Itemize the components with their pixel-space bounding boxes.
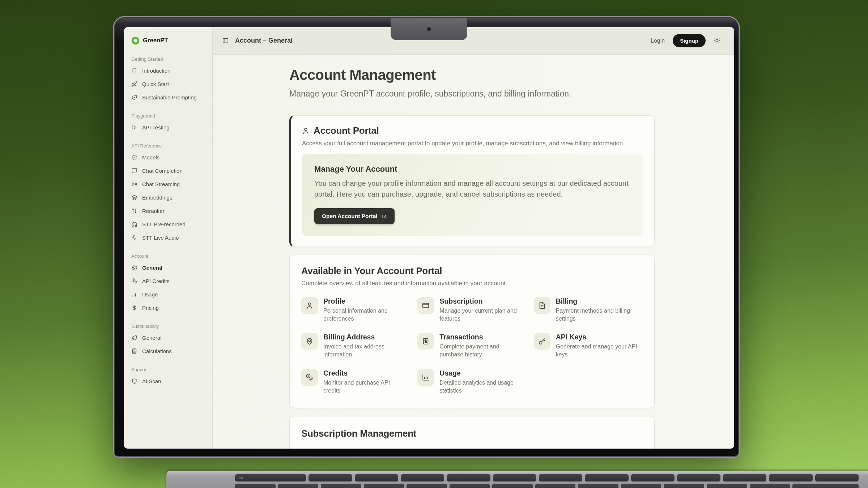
- sidebar-item-api-testing[interactable]: API Testing: [124, 121, 212, 134]
- feature-description: Complete payment and purchase history: [439, 343, 522, 359]
- sidebar-item-label: Pricing: [142, 305, 159, 311]
- subscription-management-card: Subscription Management: [289, 416, 655, 449]
- user-icon: [302, 127, 310, 134]
- feature-transactions: Transactions Complete payment and purcha…: [417, 333, 526, 359]
- sidebar-section-playground: Playground API Testing: [124, 113, 212, 134]
- keyboard-key: 2: [321, 484, 361, 488]
- page-content: Account Management Manage your GreenPT a…: [213, 55, 734, 449]
- sidebar-item-ai-scan[interactable]: AI Scan: [124, 374, 212, 388]
- keyboard-key: [677, 474, 720, 481]
- feature-title: Billing Address: [323, 333, 406, 341]
- sidebar-item-label: Chat Streaming: [142, 181, 180, 187]
- sidebar-item-models[interactable]: Models: [124, 151, 212, 164]
- keyboard-key: [815, 474, 859, 481]
- sidebar-item-reranker[interactable]: Reranker: [124, 204, 212, 218]
- sidebar-item-introduction[interactable]: Introduction: [124, 64, 212, 77]
- sidebar-item-embeddings[interactable]: Embeddings: [124, 191, 212, 204]
- sidebar-item-calculations[interactable]: Calculations: [124, 344, 212, 358]
- laptop-notch: [391, 18, 467, 40]
- sidebar-item-api-credits[interactable]: API Credits: [124, 274, 212, 288]
- manage-account-body: You can change your profile information …: [314, 178, 631, 200]
- theme-toggle-button[interactable]: [714, 37, 720, 44]
- rocket-icon: [131, 81, 137, 87]
- keyboard-key: [447, 474, 490, 481]
- sidebar-item-label: Usage: [142, 291, 158, 297]
- sidebar-item-label: STT Pre-recorded: [142, 221, 186, 227]
- keyboard-key: 9: [621, 484, 661, 488]
- sidebar-item-label: Reranker: [142, 208, 165, 214]
- shield-icon: [131, 378, 137, 384]
- browser-viewport: GreenPT Getting Started Introduction Qui…: [124, 27, 734, 449]
- feature-subscription: Subscription Manage your current plan an…: [417, 297, 526, 323]
- login-link[interactable]: Login: [651, 38, 665, 44]
- sidebar-section-sustainability: Sustainability General Calculations: [124, 324, 212, 358]
- feature-title: Transactions: [439, 333, 522, 341]
- sidebar-item-pricing[interactable]: Pricing: [124, 301, 212, 314]
- page-title: Account Management: [289, 67, 655, 83]
- keyboard-key: =: [750, 484, 790, 488]
- chip-icon: [131, 154, 137, 160]
- open-account-portal-button[interactable]: Open Account Portal: [314, 208, 395, 224]
- features-card-title: Available in Your Account Portal: [301, 265, 643, 277]
- feature-api-keys: API Keys Generate and manage your API ke…: [534, 333, 643, 359]
- sidebar-toggle-button[interactable]: [222, 37, 229, 44]
- sidebar-item-stt-live-audio[interactable]: STT Live Audio: [124, 231, 212, 244]
- sidebar-item-stt-pre-recorded[interactable]: STT Pre-recorded: [124, 218, 212, 231]
- keyboard-key: 0: [664, 484, 704, 488]
- manage-account-panel: Manage Your Account You can change your …: [302, 154, 643, 236]
- file-text-icon: [534, 297, 550, 314]
- portal-card-title: Account Portal: [314, 125, 379, 136]
- receipt-icon: [417, 333, 434, 350]
- calculator-icon: [131, 348, 137, 354]
- sidebar-item-account-general[interactable]: General: [124, 261, 212, 274]
- panel-left-icon: [222, 37, 229, 44]
- greenpt-logo-icon: [131, 37, 140, 45]
- laptop-keyboard-deck: esc`1234567890-=deletetabqwertyuiop[]\: [166, 471, 868, 488]
- keyboard-key: 1: [278, 484, 319, 488]
- dollar-icon: [131, 305, 137, 311]
- keyboard-key: [493, 474, 536, 481]
- sidebar-item-usage[interactable]: Usage: [124, 288, 212, 301]
- topbar: Account – General Login Signup: [213, 27, 734, 55]
- feature-description: Invoice and tax address information: [323, 343, 406, 359]
- sidebar-section-header: Account: [124, 253, 212, 261]
- arrows-up-down-icon: [131, 208, 137, 214]
- sidebar-item-label: STT Live Audio: [142, 235, 179, 241]
- sidebar-section-header: API Reference: [124, 143, 212, 151]
- subscription-card-title: Subscription Management: [301, 428, 643, 439]
- page-breadcrumb-title: Account – General: [235, 37, 293, 44]
- keyboard-key: -: [707, 484, 747, 488]
- layers-icon: [131, 194, 137, 201]
- play-icon: [131, 124, 137, 130]
- keyboard-key: [585, 474, 628, 481]
- feature-title: Usage: [439, 369, 522, 377]
- feature-title: Subscription: [439, 297, 522, 305]
- sidebar-item-chat-completion[interactable]: Chat Completion: [124, 164, 212, 177]
- leaf-icon: [131, 94, 137, 100]
- gear-icon: [131, 265, 137, 271]
- coins-icon: [301, 369, 318, 386]
- feature-billing-address: Billing Address Invoice and tax address …: [301, 333, 410, 359]
- brand-logo[interactable]: GreenPT: [124, 34, 212, 47]
- feature-profile: Profile Personal information and prefere…: [301, 297, 410, 323]
- features-card-subtitle: Complete overview of all features and in…: [301, 280, 643, 287]
- sidebar-item-quick-start[interactable]: Quick Start: [124, 77, 212, 91]
- sidebar-item-sustainability-general[interactable]: General: [124, 331, 212, 344]
- keyboard-key: 8: [578, 484, 618, 488]
- key-icon: [534, 333, 550, 350]
- sidebar-section-getting-started: Getting Started Introduction Quick Start…: [124, 56, 212, 104]
- chat-bubble-icon: [131, 168, 137, 174]
- signup-button[interactable]: Signup: [673, 34, 706, 47]
- webcam-icon: [427, 27, 431, 31]
- open-account-portal-label: Open Account Portal: [322, 213, 378, 219]
- feature-description: Detailed analytics and usage statistics: [439, 379, 522, 395]
- coins-icon: [131, 278, 137, 284]
- keyboard-key: 7: [535, 484, 576, 488]
- sidebar-item-chat-streaming[interactable]: Chat Streaming: [124, 177, 212, 191]
- leaf-icon: [131, 335, 137, 341]
- sidebar-item-label: API Credits: [142, 278, 170, 284]
- sidebar-item-sustainable-prompting[interactable]: Sustainable Prompting: [124, 91, 212, 104]
- feature-usage: Usage Detailed analytics and usage stati…: [417, 369, 526, 395]
- map-pin-icon: [301, 333, 318, 350]
- portal-card-description: Access your full account management port…: [302, 140, 643, 147]
